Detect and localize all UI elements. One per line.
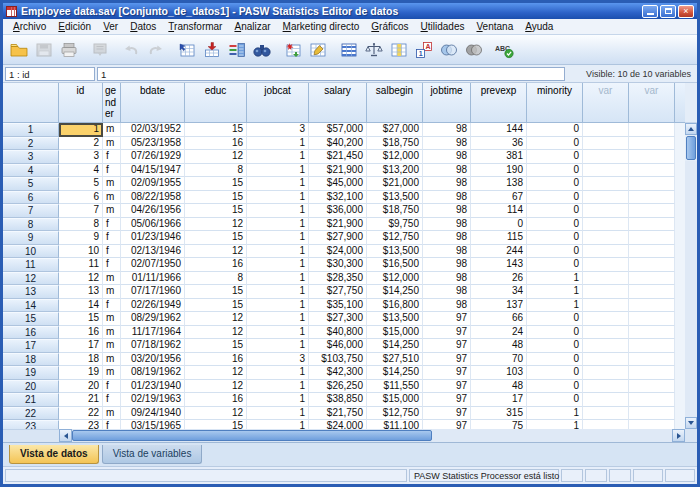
cell-bdate-row3[interactable]: 07/26/1929 bbox=[121, 150, 185, 164]
cell-prevexp-row13[interactable]: 34 bbox=[471, 285, 527, 299]
cell-var-row2[interactable] bbox=[629, 137, 675, 151]
cell-educ-row6[interactable]: 15 bbox=[185, 191, 247, 205]
cell-gender-row17[interactable]: m bbox=[103, 339, 121, 353]
cell-jobtime-row22[interactable]: 97 bbox=[423, 407, 471, 421]
scroll-down-button[interactable] bbox=[685, 417, 697, 429]
cell-minority-row15[interactable]: 0 bbox=[527, 312, 583, 326]
cell-id-row5[interactable]: 5 bbox=[59, 177, 103, 191]
cell-id-row22[interactable]: 22 bbox=[59, 407, 103, 421]
cell-var-row16[interactable] bbox=[629, 326, 675, 340]
cell-salary-row6[interactable]: $32,100 bbox=[309, 191, 367, 205]
cell-minority-row2[interactable]: 0 bbox=[527, 137, 583, 151]
row-number-20[interactable]: 20 bbox=[3, 380, 59, 394]
cell-jobcat-row7[interactable]: 1 bbox=[247, 204, 309, 218]
cell-jobcat-row16[interactable]: 1 bbox=[247, 326, 309, 340]
row-number-22[interactable]: 22 bbox=[3, 407, 59, 421]
cell-var-row4[interactable] bbox=[583, 164, 629, 178]
cell-jobcat-row10[interactable]: 1 bbox=[247, 245, 309, 259]
cell-gender-row13[interactable]: m bbox=[103, 285, 121, 299]
cell-jobtime-row18[interactable]: 97 bbox=[423, 353, 471, 367]
cell-var-row9[interactable] bbox=[583, 231, 629, 245]
cell-prevexp-row4[interactable]: 190 bbox=[471, 164, 527, 178]
cell-var-row20[interactable] bbox=[629, 380, 675, 394]
row-number-23[interactable]: 23 bbox=[3, 420, 59, 429]
cell-salary-row23[interactable]: $24,000 bbox=[309, 420, 367, 429]
cell-prevexp-row15[interactable]: 66 bbox=[471, 312, 527, 326]
row-number-14[interactable]: 14 bbox=[3, 299, 59, 313]
cell-gender-row20[interactable]: f bbox=[103, 380, 121, 394]
row-number-4[interactable]: 4 bbox=[3, 164, 59, 178]
cell-var-row20[interactable] bbox=[583, 380, 629, 394]
column-header-educ[interactable]: educ bbox=[185, 83, 247, 122]
tab-variable-view[interactable]: Vista de variables bbox=[102, 445, 203, 464]
variables-icon[interactable] bbox=[224, 38, 249, 62]
cell-bdate-row6[interactable]: 08/22/1958 bbox=[121, 191, 185, 205]
cell-prevexp-row19[interactable]: 103 bbox=[471, 366, 527, 380]
cell-jobtime-row10[interactable]: 98 bbox=[423, 245, 471, 259]
cell-bdate-row17[interactable]: 07/18/1962 bbox=[121, 339, 185, 353]
cell-var-row13[interactable] bbox=[629, 285, 675, 299]
cell-prevexp-row8[interactable]: 0 bbox=[471, 218, 527, 232]
cell-jobcat-row1[interactable]: 3 bbox=[247, 123, 309, 137]
cell-jobcat-row11[interactable]: 1 bbox=[247, 258, 309, 272]
scroll-right-button[interactable] bbox=[672, 429, 685, 442]
cell-minority-row10[interactable]: 0 bbox=[527, 245, 583, 259]
cell-gender-row14[interactable]: f bbox=[103, 299, 121, 313]
cell-jobtime-row16[interactable]: 97 bbox=[423, 326, 471, 340]
row-number-3[interactable]: 3 bbox=[3, 150, 59, 164]
cell-id-row3[interactable]: 3 bbox=[59, 150, 103, 164]
select-cases-icon[interactable] bbox=[386, 38, 411, 62]
cell-minority-row22[interactable]: 1 bbox=[527, 407, 583, 421]
cell-bdate-row15[interactable]: 08/29/1962 bbox=[121, 312, 185, 326]
cell-minority-row17[interactable]: 0 bbox=[527, 339, 583, 353]
cell-gender-row10[interactable]: f bbox=[103, 245, 121, 259]
column-header-id[interactable]: id bbox=[59, 83, 103, 122]
cell-jobcat-row5[interactable]: 1 bbox=[247, 177, 309, 191]
cell-var-row6[interactable] bbox=[583, 191, 629, 205]
cell-salbegin-row10[interactable]: $13,500 bbox=[367, 245, 423, 259]
column-header-gender[interactable]: gender bbox=[103, 83, 121, 122]
cell-gender-row16[interactable]: m bbox=[103, 326, 121, 340]
scroll-left-button[interactable] bbox=[59, 429, 72, 442]
cell-id-row10[interactable]: 10 bbox=[59, 245, 103, 259]
cell-var-row10[interactable] bbox=[629, 245, 675, 259]
close-button[interactable]: × bbox=[678, 5, 694, 18]
cell-prevexp-row10[interactable]: 244 bbox=[471, 245, 527, 259]
cell-id-row7[interactable]: 7 bbox=[59, 204, 103, 218]
cell-var-row2[interactable] bbox=[583, 137, 629, 151]
menu-item-ventana[interactable]: Ventana bbox=[470, 20, 519, 33]
cell-salbegin-row4[interactable]: $13,200 bbox=[367, 164, 423, 178]
menu-item-ayuda[interactable]: Ayuda bbox=[519, 20, 559, 33]
cell-educ-row9[interactable]: 15 bbox=[185, 231, 247, 245]
cell-prevexp-row7[interactable]: 114 bbox=[471, 204, 527, 218]
cell-salbegin-row9[interactable]: $12,750 bbox=[367, 231, 423, 245]
cell-var-row11[interactable] bbox=[583, 258, 629, 272]
cell-minority-row11[interactable]: 0 bbox=[527, 258, 583, 272]
cell-bdate-row5[interactable]: 02/09/1955 bbox=[121, 177, 185, 191]
cell-salary-row2[interactable]: $40,200 bbox=[309, 137, 367, 151]
cell-educ-row13[interactable]: 15 bbox=[185, 285, 247, 299]
cell-salbegin-row1[interactable]: $27,000 bbox=[367, 123, 423, 137]
cell-var-row18[interactable] bbox=[583, 353, 629, 367]
vertical-scroll-thumb[interactable] bbox=[686, 136, 696, 160]
cell-var-row14[interactable] bbox=[629, 299, 675, 313]
cell-gender-row12[interactable]: m bbox=[103, 272, 121, 286]
cell-jobcat-row9[interactable]: 1 bbox=[247, 231, 309, 245]
cell-gender-row6[interactable]: m bbox=[103, 191, 121, 205]
cell-var-row1[interactable] bbox=[629, 123, 675, 137]
row-number-6[interactable]: 6 bbox=[3, 191, 59, 205]
row-number-1[interactable]: 1 bbox=[3, 123, 59, 137]
value-labels-icon[interactable]: A1 bbox=[411, 38, 436, 62]
horizontal-scroll-track[interactable] bbox=[432, 429, 672, 442]
cell-bdate-row13[interactable]: 07/17/1960 bbox=[121, 285, 185, 299]
vertical-scroll-track[interactable] bbox=[685, 161, 697, 417]
cell-bdate-row10[interactable]: 02/13/1946 bbox=[121, 245, 185, 259]
cell-bdate-row22[interactable]: 09/24/1940 bbox=[121, 407, 185, 421]
cell-jobcat-row17[interactable]: 1 bbox=[247, 339, 309, 353]
goto-variable-icon[interactable] bbox=[199, 38, 224, 62]
cell-jobcat-row18[interactable]: 3 bbox=[247, 353, 309, 367]
cell-educ-row16[interactable]: 12 bbox=[185, 326, 247, 340]
cell-jobtime-row1[interactable]: 98 bbox=[423, 123, 471, 137]
cell-gender-row15[interactable]: m bbox=[103, 312, 121, 326]
column-header-bdate[interactable]: bdate bbox=[121, 83, 185, 122]
